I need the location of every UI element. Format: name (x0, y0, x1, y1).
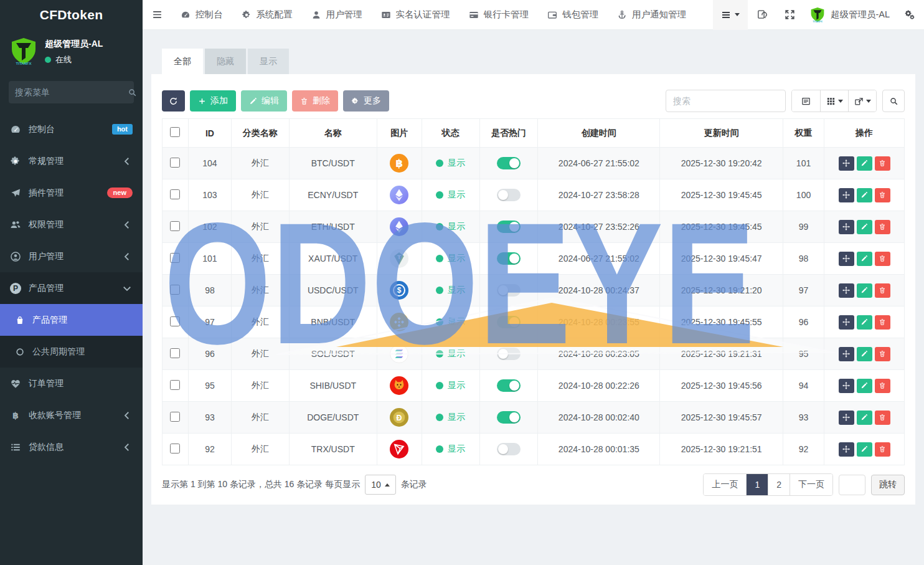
topnav-item-银行卡管理[interactable]: 银行卡管理 (460, 0, 539, 30)
search-submit-button[interactable] (882, 90, 905, 112)
row-checkbox[interactable] (170, 412, 180, 422)
hot-toggle[interactable] (497, 221, 521, 233)
hot-toggle[interactable] (497, 157, 521, 169)
row-move-button[interactable] (839, 379, 854, 393)
row-move-button[interactable] (839, 315, 854, 330)
row-delete-button[interactable] (875, 188, 890, 202)
topnav-item-用户管理[interactable]: 用户管理 (302, 0, 372, 30)
hot-toggle[interactable] (497, 252, 521, 265)
row-edit-button[interactable] (857, 252, 872, 266)
row-edit-button[interactable] (857, 442, 872, 457)
edit-button[interactable]: 编辑 (241, 90, 287, 112)
row-move-button[interactable] (839, 156, 854, 171)
row-checkbox[interactable] (170, 285, 180, 295)
row-move-button[interactable] (839, 442, 854, 457)
sidebar-item-产品管理[interactable]: P产品管理 (0, 272, 143, 304)
select-all-checkbox[interactable] (170, 127, 180, 137)
row-delete-button[interactable] (875, 411, 890, 425)
sidebar-item-权限管理[interactable]: 权限管理 (0, 209, 143, 240)
export-button[interactable] (848, 90, 876, 112)
sidebar-toggle-button[interactable] (143, 0, 171, 30)
row-move-button[interactable] (839, 188, 854, 202)
sidebar-item-插件管理[interactable]: 插件管理new (0, 177, 143, 209)
tab-隐藏[interactable]: 隐藏 (205, 49, 246, 74)
prev-page-button[interactable]: 上一页 (704, 474, 746, 495)
row-move-button[interactable] (839, 252, 854, 266)
sidebar-item-公共周期管理[interactable]: 公共周期管理 (0, 336, 143, 368)
row-checkbox[interactable] (170, 189, 180, 199)
row-edit-button[interactable] (857, 411, 872, 425)
row-checkbox[interactable] (170, 158, 180, 168)
row-edit-button[interactable] (857, 188, 872, 202)
topnav-user[interactable]: TITANFX 超级管理员-AL (804, 0, 896, 30)
hot-toggle[interactable] (497, 443, 521, 455)
row-delete-button[interactable] (875, 379, 890, 393)
sidebar-item-订单管理[interactable]: 订单管理 (0, 368, 143, 399)
row-checkbox[interactable] (170, 316, 180, 326)
add-button[interactable]: 添加 (190, 90, 236, 112)
row-edit-button[interactable] (857, 220, 872, 234)
row-checkbox[interactable] (170, 253, 180, 263)
sidebar-item-贷款信息[interactable]: 贷款信息 (0, 431, 143, 463)
row-checkbox[interactable] (170, 444, 180, 453)
row-edit-button[interactable] (857, 283, 872, 298)
row-delete-button[interactable] (875, 315, 890, 330)
tab-全部[interactable]: 全部 (162, 49, 203, 74)
sidebar-item-label: 常规管理 (29, 156, 114, 167)
hot-toggle[interactable] (497, 348, 521, 360)
row-delete-button[interactable] (875, 283, 890, 298)
page-button-2[interactable]: 2 (768, 474, 790, 495)
topnav-item-用户通知管理[interactable]: 用户通知管理 (608, 0, 695, 30)
hot-toggle[interactable] (497, 189, 521, 201)
refresh-button[interactable] (162, 90, 185, 112)
row-delete-button[interactable] (875, 347, 890, 361)
row-move-button[interactable] (839, 411, 854, 425)
row-move-button[interactable] (839, 220, 854, 234)
sidebar-search-input[interactable] (15, 87, 128, 97)
nav-list-dropdown[interactable] (713, 0, 748, 30)
topnav-item-系统配置[interactable]: 系统配置 (232, 0, 302, 30)
sidebar-item-收款账号管理[interactable]: ฿收款账号管理 (0, 399, 143, 431)
cogs-icon (905, 9, 915, 20)
sidebar-item-用户管理[interactable]: 用户管理 (0, 240, 143, 272)
hot-toggle[interactable] (497, 411, 521, 424)
page-button-1[interactable]: 1 (746, 474, 768, 495)
hot-toggle[interactable] (497, 284, 521, 297)
row-checkbox[interactable] (170, 221, 180, 231)
row-edit-button[interactable] (857, 347, 872, 361)
table-search-input[interactable] (666, 90, 786, 112)
search-icon[interactable] (128, 88, 137, 97)
columns-button[interactable] (820, 90, 848, 112)
hot-toggle[interactable] (497, 316, 521, 328)
page-size-select[interactable]: 10 (365, 475, 396, 495)
jump-page-input[interactable] (839, 475, 865, 495)
row-delete-button[interactable] (875, 220, 890, 234)
row-delete-button[interactable] (875, 252, 890, 266)
sidebar-item-常规管理[interactable]: 常规管理 (0, 145, 143, 177)
topnav-item-钱包管理[interactable]: 钱包管理 (538, 0, 608, 30)
sidebar-item-控制台[interactable]: 控制台hot (0, 113, 143, 145)
row-delete-button[interactable] (875, 156, 890, 171)
jump-button[interactable]: 跳转 (871, 475, 905, 495)
row-move-button[interactable] (839, 283, 854, 298)
row-edit-button[interactable] (857, 156, 872, 171)
row-delete-button[interactable] (875, 442, 890, 457)
next-page-button[interactable]: 下一页 (790, 474, 832, 495)
more-button[interactable]: 更多 (343, 90, 389, 112)
row-move-button[interactable] (839, 347, 854, 361)
clear-cache-button[interactable] (748, 0, 776, 30)
row-checkbox[interactable] (170, 348, 180, 358)
topnav-item-实名认证管理[interactable]: 实名认证管理 (372, 0, 460, 30)
tab-显示[interactable]: 显示 (248, 49, 289, 74)
topnav-item-控制台[interactable]: 控制台 (171, 0, 232, 30)
row-edit-button[interactable] (857, 315, 872, 330)
row-checkbox[interactable] (170, 380, 180, 390)
row-edit-button[interactable] (857, 379, 872, 393)
delete-button[interactable]: 删除 (292, 90, 338, 112)
sidebar-item-产品管理[interactable]: 产品管理 (0, 304, 143, 336)
hot-toggle[interactable] (497, 379, 521, 392)
gear-icon (242, 10, 252, 20)
detail-view-button[interactable] (792, 90, 820, 112)
settings-button[interactable] (896, 0, 924, 30)
fullscreen-button[interactable] (776, 0, 804, 30)
